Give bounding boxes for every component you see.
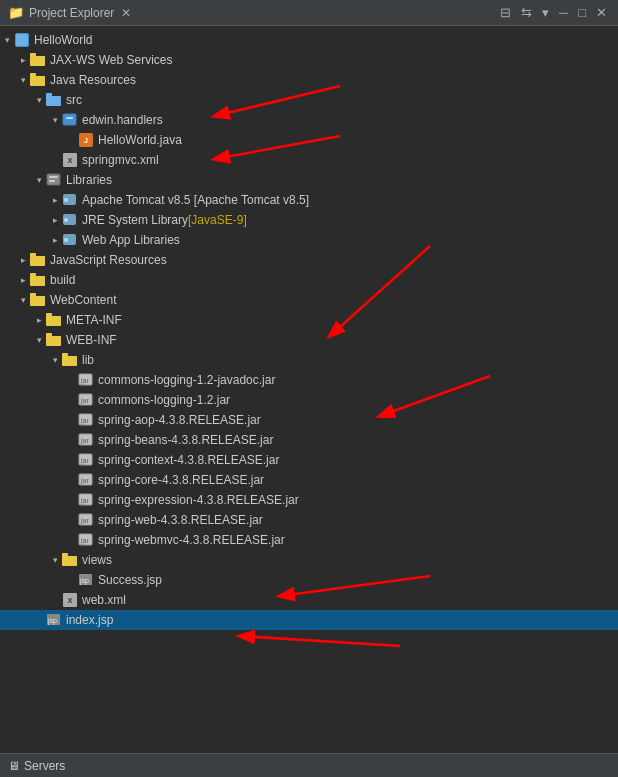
svg-rect-0 xyxy=(30,56,45,66)
jar-file-icon: jar xyxy=(78,512,94,528)
tree-item-edwin-handlers[interactable]: edwin.handlers xyxy=(0,110,618,130)
tree-item-commons-logging[interactable]: jarcommons-logging-1.2.jar xyxy=(0,390,618,410)
tree-arrow-java-resources[interactable] xyxy=(16,75,30,85)
tree-item-spring-aop[interactable]: jarspring-aop-4.3.8.RELEASE.jar xyxy=(0,410,618,430)
folder-icon xyxy=(62,552,78,568)
tree-item-helloworld[interactable]: HelloWorld xyxy=(0,30,618,50)
menu-icon[interactable]: ▾ xyxy=(539,4,552,21)
folder-icon xyxy=(30,272,46,288)
folder-icon xyxy=(30,52,46,68)
svg-rect-28 xyxy=(62,353,68,357)
link-editor-icon[interactable]: ⇆ xyxy=(518,4,535,21)
tree-label-springmvc-xml: springmvc.xml xyxy=(82,153,159,167)
tree-arrow-jax-ws[interactable] xyxy=(16,55,30,65)
tree-item-build[interactable]: build xyxy=(0,270,618,290)
project-tree[interactable]: HelloWorldJAX-WS Web ServicesJava Resour… xyxy=(0,26,618,753)
tree-item-spring-context[interactable]: jarspring-context-4.3.8.RELEASE.jar xyxy=(0,450,618,470)
tree-label-libraries: Libraries xyxy=(66,173,112,187)
tree-item-meta-inf[interactable]: META-INF xyxy=(0,310,618,330)
svg-point-14 xyxy=(64,218,68,222)
svg-text:jar: jar xyxy=(80,537,89,545)
panel-close-icon[interactable]: ✕ xyxy=(121,6,131,20)
tree-arrow-tomcat[interactable] xyxy=(48,195,62,205)
tree-item-spring-expression[interactable]: jarspring-expression-4.3.8.RELEASE.jar xyxy=(0,490,618,510)
close-icon[interactable]: ✕ xyxy=(593,4,610,21)
server-icon xyxy=(62,232,78,248)
svg-rect-48 xyxy=(62,553,68,557)
tree-item-java-resources[interactable]: Java Resources xyxy=(0,70,618,90)
minimize-icon[interactable]: ─ xyxy=(556,4,571,21)
tree-label-meta-inf: META-INF xyxy=(66,313,122,327)
svg-text:jsp: jsp xyxy=(47,617,57,625)
tree-arrow-web-inf[interactable] xyxy=(32,335,46,345)
svg-text:jar: jar xyxy=(80,397,89,405)
tree-item-index-jsp[interactable]: jspindex.jsp xyxy=(0,610,618,630)
tree-arrow-webapp-lib[interactable] xyxy=(48,235,62,245)
tree-arrow-helloworld[interactable] xyxy=(0,35,14,45)
collapse-all-icon[interactable]: ⊟ xyxy=(497,4,514,21)
panel-header: 📁 Project Explorer ✕ ⊟ ⇆ ▾ ─ □ ✕ xyxy=(0,0,618,26)
folder-icon xyxy=(46,312,62,328)
maximize-icon[interactable]: □ xyxy=(575,4,589,21)
xml-file-icon: X xyxy=(62,592,78,608)
tree-item-web-xml[interactable]: Xweb.xml xyxy=(0,590,618,610)
tree-arrow-libraries[interactable] xyxy=(32,175,46,185)
tree-label-helloworld: HelloWorld xyxy=(34,33,92,47)
svg-rect-9 xyxy=(49,176,58,178)
tree-item-views[interactable]: views xyxy=(0,550,618,570)
tree-item-js-resources[interactable]: JavaScript Resources xyxy=(0,250,618,270)
tree-item-success-jsp[interactable]: jspSuccess.jsp xyxy=(0,570,618,590)
tree-item-jre[interactable]: JRE System Library [JavaSE-9] xyxy=(0,210,618,230)
tree-item-libraries[interactable]: Libraries xyxy=(0,170,618,190)
tree-item-webcontent[interactable]: WebContent xyxy=(0,290,618,310)
svg-rect-5 xyxy=(46,93,52,97)
tree-item-src[interactable]: src xyxy=(0,90,618,110)
tree-item-spring-webmvc[interactable]: jarspring-webmvc-4.3.8.RELEASE.jar xyxy=(0,530,618,550)
tree-item-spring-web[interactable]: jarspring-web-4.3.8.RELEASE.jar xyxy=(0,510,618,530)
tree-item-spring-core[interactable]: jarspring-core-4.3.8.RELEASE.jar xyxy=(0,470,618,490)
tree-arrow-webcontent[interactable] xyxy=(16,295,30,305)
folder-icon xyxy=(46,332,62,348)
svg-rect-2 xyxy=(30,76,45,86)
jar-file-icon: jar xyxy=(78,472,94,488)
tree-arrow-jre[interactable] xyxy=(48,215,62,225)
tree-item-spring-beans[interactable]: jarspring-beans-4.3.8.RELEASE.jar xyxy=(0,430,618,450)
tree-arrow-edwin-handlers[interactable] xyxy=(48,115,62,125)
svg-point-12 xyxy=(64,198,68,202)
tree-item-commons-logging-javadoc[interactable]: jarcommons-logging-1.2-javadoc.jar xyxy=(0,370,618,390)
svg-text:jar: jar xyxy=(80,477,89,485)
tree-label-js-resources: JavaScript Resources xyxy=(50,253,167,267)
tree-item-tomcat[interactable]: Apache Tomcat v8.5 [Apache Tomcat v8.5] xyxy=(0,190,618,210)
tree-arrow-views[interactable] xyxy=(48,555,62,565)
tree-item-jax-ws[interactable]: JAX-WS Web Services xyxy=(0,50,618,70)
tree-item-web-inf[interactable]: WEB-INF xyxy=(0,330,618,350)
svg-rect-1 xyxy=(30,53,36,57)
svg-rect-24 xyxy=(46,313,52,317)
svg-rect-18 xyxy=(30,253,36,257)
jar-file-icon: jar xyxy=(78,412,94,428)
tree-extra-jre: [JavaSE-9] xyxy=(188,213,247,227)
tree-arrow-meta-inf[interactable] xyxy=(32,315,46,325)
tree-arrow-src[interactable] xyxy=(32,95,46,105)
servers-item[interactable]: 🖥 Servers xyxy=(8,759,65,773)
tree-item-springmvc-xml[interactable]: Xspringmvc.xml xyxy=(0,150,618,170)
tree-arrow-build[interactable] xyxy=(16,275,30,285)
folder-icon xyxy=(30,252,46,268)
servers-icon: 🖥 xyxy=(8,759,20,773)
tree-item-webapp-lib[interactable]: Web App Libraries xyxy=(0,230,618,250)
tree-arrow-js-resources[interactable] xyxy=(16,255,30,265)
tree-item-helloworld-java[interactable]: JHelloWorld.java xyxy=(0,130,618,150)
tree-label-spring-context: spring-context-4.3.8.RELEASE.jar xyxy=(98,453,279,467)
tree-arrow-lib[interactable] xyxy=(48,355,62,365)
svg-text:jsp: jsp xyxy=(79,577,89,585)
svg-rect-27 xyxy=(62,356,77,366)
tree-label-index-jsp: index.jsp xyxy=(66,613,113,627)
tree-label-java-resources: Java Resources xyxy=(50,73,136,87)
svg-rect-3 xyxy=(30,73,36,77)
tree-label-spring-web: spring-web-4.3.8.RELEASE.jar xyxy=(98,513,263,527)
tree-label-build: build xyxy=(50,273,75,287)
tree-label-spring-webmvc: spring-webmvc-4.3.8.RELEASE.jar xyxy=(98,533,285,547)
tree-item-lib[interactable]: lib xyxy=(0,350,618,370)
project-icon xyxy=(14,32,30,48)
svg-line-59 xyxy=(240,636,400,646)
